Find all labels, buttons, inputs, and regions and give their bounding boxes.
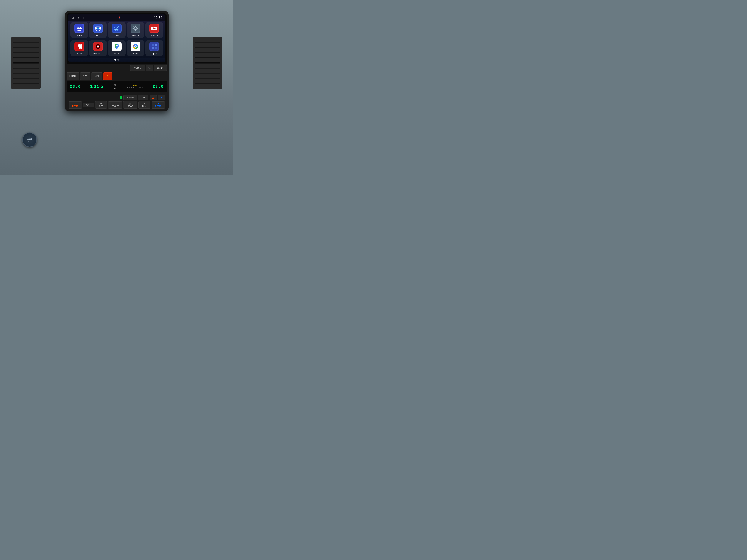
vent-slot bbox=[195, 83, 221, 84]
dashboard: ◄ ○ □ 📍 10:54 bbox=[0, 0, 233, 175]
svg-point-9 bbox=[98, 28, 99, 29]
svg-point-12 bbox=[116, 28, 118, 29]
climate-label-btn[interactable]: CLIMATE bbox=[123, 95, 137, 100]
vent-slot bbox=[195, 78, 221, 79]
vent-slot bbox=[195, 42, 221, 43]
home-hw-button[interactable]: HOME bbox=[67, 73, 79, 80]
phone-button[interactable]: 📞 bbox=[146, 65, 153, 71]
engine-label: ENGINESTARTSTOP bbox=[27, 138, 32, 142]
maps-label: Maps bbox=[114, 52, 119, 55]
apps-label: Apps bbox=[152, 52, 157, 55]
chrome-label: Chrome bbox=[132, 52, 139, 55]
vent-slot bbox=[13, 68, 39, 69]
svg-rect-30 bbox=[150, 43, 158, 51]
jbl-logo: JBL SYNTHESIS bbox=[127, 85, 144, 89]
vent-slot bbox=[13, 83, 39, 84]
temp-label-btn[interactable]: TEMP bbox=[138, 95, 149, 100]
synthesis-text: SYNTHESIS bbox=[127, 87, 144, 89]
navi-icon bbox=[93, 24, 103, 33]
climate-display: 23.0 1055 OUTSIDE 29°C JBL SYNTHESIS 23.… bbox=[67, 81, 167, 92]
temp-up-button[interactable]: ▲ bbox=[150, 95, 157, 100]
app-zlink[interactable]: Zlink bbox=[108, 22, 125, 38]
vent-right bbox=[193, 37, 222, 89]
recents-button[interactable]: □ bbox=[83, 16, 85, 20]
outside-temp-value: 29°C bbox=[113, 87, 118, 90]
hazard-triangle-icon: ⚠ bbox=[106, 74, 109, 78]
ac-off-button[interactable]: ❄ OFF bbox=[95, 101, 107, 108]
audio-button[interactable]: AUDIO bbox=[130, 65, 145, 71]
vent-slot bbox=[13, 62, 39, 63]
setup-button[interactable]: SETUP bbox=[154, 65, 167, 71]
netflix-icon bbox=[75, 42, 84, 51]
vent-slot bbox=[13, 73, 39, 74]
temp-up-left[interactable]: ▲ TEMP bbox=[69, 102, 82, 108]
vent-slot bbox=[195, 52, 221, 53]
temp-down-left[interactable]: ▼ TEMP bbox=[152, 102, 165, 108]
climate-controls: CLIMATE TEMP ▲ ▼ ▲ TEMP AUTO ❄ OFF ⑅ FRO… bbox=[67, 93, 167, 110]
app-youtubemusic[interactable]: YouTube... bbox=[89, 40, 107, 56]
vent-slot bbox=[13, 78, 39, 79]
app-chrome[interactable]: Chrome bbox=[127, 40, 144, 56]
info-button[interactable]: INFO bbox=[91, 73, 102, 80]
page-dot-1[interactable] bbox=[114, 59, 116, 60]
temp-down-button[interactable]: ▼ bbox=[158, 95, 165, 100]
fan-indicator-group bbox=[120, 95, 122, 100]
app-settings[interactable]: Settings bbox=[127, 22, 144, 38]
svg-rect-33 bbox=[152, 47, 154, 49]
location-icon: 📍 bbox=[118, 17, 121, 20]
vent-slot bbox=[195, 62, 221, 63]
toyota-icon bbox=[75, 24, 84, 33]
rear-button[interactable]: ⬛ REAR bbox=[123, 101, 137, 108]
vent-left bbox=[11, 37, 41, 89]
app-grid-row2: Netflix YouTu bbox=[68, 39, 165, 58]
nav-buttons: ◄ ○ □ bbox=[71, 16, 85, 20]
maps-icon bbox=[112, 42, 122, 51]
svg-rect-31 bbox=[152, 44, 154, 46]
engine-button-area: ENGINESTARTSTOP bbox=[22, 132, 37, 147]
home-button[interactable]: ○ bbox=[78, 16, 80, 20]
vent-slot bbox=[13, 57, 39, 58]
youtube-icon bbox=[149, 24, 159, 33]
apps-icon bbox=[149, 42, 159, 51]
right-temp-display: 23.0 bbox=[153, 84, 164, 89]
app-apps[interactable]: Apps bbox=[146, 40, 163, 56]
control-buttons-main: HOME NAV INFO ⚠ bbox=[65, 73, 169, 81]
settings-icon bbox=[131, 24, 140, 33]
jbl-text: JBL bbox=[127, 85, 144, 87]
screen-bezel: ◄ ○ □ 📍 10:54 bbox=[67, 13, 167, 63]
zlink-label: Zlink bbox=[114, 34, 119, 36]
app-youtube[interactable]: YouTube bbox=[146, 22, 163, 38]
center-console: ◄ ○ □ 📍 10:54 bbox=[65, 11, 169, 111]
svg-rect-34 bbox=[155, 47, 157, 49]
nav-hw-button[interactable]: NAV bbox=[80, 73, 91, 80]
left-temp-display: 23.0 bbox=[70, 84, 81, 89]
svg-rect-32 bbox=[155, 44, 157, 46]
front-button[interactable]: ⑅ FRONT bbox=[108, 102, 122, 108]
engine-start-button[interactable]: ENGINESTARTSTOP bbox=[22, 132, 37, 147]
vent-slot bbox=[195, 57, 221, 58]
toyota-label: Toyota bbox=[76, 34, 82, 36]
hazard-button[interactable]: ⚠ bbox=[103, 73, 112, 80]
vent-slot bbox=[195, 68, 221, 69]
vent-slot bbox=[195, 47, 221, 48]
page-dot-2[interactable] bbox=[118, 59, 119, 60]
app-netflix[interactable]: Netflix bbox=[70, 40, 88, 56]
auto-button[interactable]: AUTO bbox=[83, 103, 94, 107]
status-icons: 📍 bbox=[118, 17, 121, 20]
outside-temp-display: OUTSIDE 29°C bbox=[113, 83, 118, 90]
app-maps[interactable]: Maps bbox=[108, 40, 125, 56]
youtube-label: YouTube bbox=[150, 34, 158, 36]
outside-label: OUTSIDE bbox=[113, 83, 118, 87]
fan-rear-button[interactable]: ❄ Rear bbox=[138, 101, 150, 108]
app-grid-row1: Toyota bbox=[68, 21, 165, 39]
app-navi[interactable]: NAVI bbox=[89, 22, 107, 38]
youtubemusic-icon bbox=[93, 42, 103, 51]
android-screen: ◄ ○ □ 📍 10:54 bbox=[68, 15, 165, 62]
climate-main-row: ▲ TEMP AUTO ❄ OFF ⑅ FRONT ⬛ REAR ❄ Rear … bbox=[69, 101, 165, 108]
app-toyota[interactable]: Toyota bbox=[70, 22, 88, 38]
vent-slot bbox=[13, 52, 39, 53]
climate-top-row: CLIMATE TEMP ▲ ▼ bbox=[69, 95, 165, 100]
back-button[interactable]: ◄ bbox=[71, 16, 74, 20]
zlink-icon bbox=[112, 24, 122, 33]
youtubemusic-label: YouTube... bbox=[93, 52, 103, 55]
